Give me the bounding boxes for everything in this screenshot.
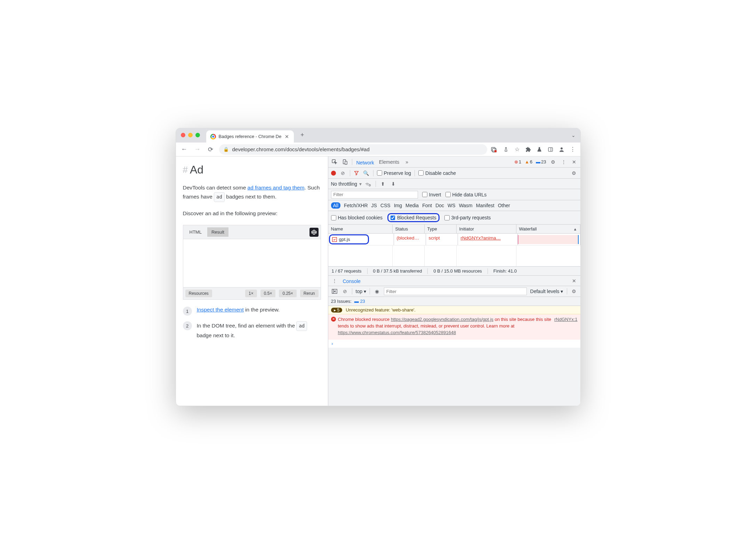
tab-elements[interactable]: Elements — [378, 158, 400, 166]
drawer-menu-icon[interactable]: ⋮ — [331, 277, 338, 284]
codepen-rerun[interactable]: Rerun — [300, 290, 319, 297]
hide-data-urls-checkbox[interactable]: Hide data URLs — [445, 192, 487, 197]
error-count[interactable]: ⊗1 — [514, 159, 521, 164]
search-icon[interactable]: 🔍 — [363, 170, 370, 177]
console-error-row[interactable]: ✕ Chrome blocked resource https://pagead… — [328, 314, 580, 340]
upload-har-icon[interactable]: ⬆ — [379, 180, 386, 187]
record-button[interactable] — [331, 171, 336, 176]
codepen-resources[interactable]: Resources — [185, 290, 212, 297]
codepen-tab-html[interactable]: HTML — [185, 227, 206, 237]
console-settings-icon[interactable]: ⚙ — [571, 288, 578, 295]
sidepanel-icon[interactable] — [546, 145, 555, 154]
close-tab-icon[interactable]: ✕ — [284, 134, 290, 139]
console-warning-row[interactable]: ▸ 5 Unrecognized feature: 'web-share'. — [328, 306, 580, 314]
throttling-select[interactable]: No throttling ▾ — [331, 181, 362, 187]
inspect-element-link[interactable]: Inspect the element — [197, 307, 244, 313]
blocked-requests-checkbox[interactable]: Blocked Requests — [387, 213, 440, 222]
console-sidebar-icon[interactable] — [331, 288, 338, 295]
type-chip-img[interactable]: Img — [394, 203, 402, 208]
filter-toggle-icon[interactable] — [354, 170, 359, 176]
codepen-zoom-05x[interactable]: 0.5× — [260, 290, 276, 297]
error-source-link[interactable]: rNdGNYx:1 — [554, 316, 577, 336]
live-expression-icon[interactable]: ◉ — [373, 288, 380, 295]
codepen-zoom-025x[interactable]: 0.25× — [279, 290, 296, 297]
text: 23 — [360, 299, 365, 304]
type-chip-manifest[interactable]: Manifest — [476, 203, 494, 208]
forward-button[interactable]: → — [193, 145, 202, 154]
console-prompt[interactable]: › — [328, 340, 580, 348]
back-button[interactable]: ← — [179, 145, 189, 154]
label: Blocked Requests — [397, 215, 436, 220]
settings-icon[interactable]: ⚙ — [550, 159, 557, 165]
tab-network[interactable]: Network — [356, 159, 375, 168]
reload-button[interactable]: ⟳ — [206, 145, 216, 154]
url-field[interactable]: 🔒 developer.chrome.com/docs/devtools/ele… — [219, 144, 487, 155]
learn-more-link[interactable]: https://www.chromestatus.com/feature/573… — [338, 330, 456, 335]
minimize-window[interactable] — [188, 133, 193, 137]
share-icon[interactable] — [502, 145, 510, 154]
type-chip-js[interactable]: JS — [371, 203, 377, 208]
col-type[interactable]: Type — [425, 225, 457, 233]
type-chip-all[interactable]: All — [331, 202, 341, 209]
col-initiator[interactable]: Initiator — [457, 225, 516, 233]
codepen-zoom-1x[interactable]: 1× — [245, 290, 257, 297]
invert-checkbox[interactable]: Invert — [422, 192, 441, 197]
codepen-tab-result[interactable]: Result — [207, 227, 228, 237]
close-window[interactable] — [181, 133, 185, 137]
network-conditions-icon[interactable]: ⚙ — [365, 180, 372, 187]
type-chip-ws[interactable]: WS — [448, 203, 456, 208]
ad-frames-link[interactable]: ad frames and tag them — [248, 185, 305, 191]
network-settings-icon[interactable]: ⚙ — [571, 170, 578, 177]
col-waterfall[interactable]: Waterfall▲ — [516, 225, 580, 233]
type-chip-doc[interactable]: Doc — [435, 203, 444, 208]
warning-count[interactable]: ▲6 — [525, 159, 532, 164]
codepen-preview[interactable] — [183, 239, 321, 288]
info-count[interactable]: ▬23 — [536, 159, 546, 164]
clear-icon[interactable]: ⊘ — [339, 170, 346, 177]
kebab-menu-icon[interactable]: ⋮ — [560, 159, 567, 165]
blocked-url-link[interactable]: https://pagead2.googlesyndication.com/ta… — [391, 317, 493, 322]
maximize-window[interactable] — [195, 133, 200, 137]
clear-console-icon[interactable]: ⊘ — [341, 288, 348, 295]
log-levels-selector[interactable]: Default levels ▾ — [530, 289, 563, 294]
more-tabs-icon[interactable]: » — [403, 159, 410, 165]
col-status[interactable]: Status — [393, 225, 425, 233]
browser-tab[interactable]: Badges reference - Chrome De ✕ — [206, 130, 294, 143]
console-filter-input[interactable] — [384, 288, 527, 295]
translate-icon[interactable] — [491, 145, 499, 154]
ad-badge-code: ad — [296, 321, 307, 331]
menu-icon[interactable]: ⋮ — [569, 145, 577, 154]
col-name[interactable]: Name — [328, 225, 393, 233]
disable-cache-checkbox[interactable]: Disable cache — [418, 170, 456, 176]
has-blocked-cookies-checkbox[interactable]: Has blocked cookies — [331, 215, 383, 220]
type-chip-fetchxhr[interactable]: Fetch/XHR — [344, 203, 368, 208]
close-drawer-icon[interactable]: ✕ — [571, 277, 578, 284]
heading-anchor-icon[interactable]: # — [183, 164, 188, 175]
profile-icon[interactable] — [557, 145, 566, 154]
table-row[interactable]: gpt.js (blocked… script rNdGNYx?anima… — [328, 234, 580, 245]
warning-expand-pill[interactable]: ▸ 5 — [331, 308, 343, 313]
type-chip-media[interactable]: Media — [405, 203, 419, 208]
download-har-icon[interactable]: ⬇ — [390, 180, 397, 187]
new-tab-button[interactable]: + — [297, 130, 307, 140]
issues-label[interactable]: 23 Issues: — [331, 299, 352, 304]
third-party-checkbox[interactable]: 3rd-party requests — [444, 215, 491, 220]
issues-count-badge[interactable]: ▬ 23 — [354, 299, 365, 304]
device-toggle-icon[interactable] — [341, 159, 348, 165]
codepen-logo-icon[interactable] — [309, 228, 319, 237]
initiator-link[interactable]: rNdGNYx?anima… — [461, 235, 501, 241]
type-chip-wasm[interactable]: Wasm — [459, 203, 473, 208]
tabs-dropdown-icon[interactable]: ⌄ — [571, 132, 576, 138]
type-chip-css[interactable]: CSS — [380, 203, 391, 208]
context-selector[interactable]: top ▾ — [356, 289, 366, 294]
type-chip-font[interactable]: Font — [422, 203, 432, 208]
inspect-icon[interactable] — [331, 159, 338, 165]
filter-input[interactable] — [331, 191, 418, 199]
labs-icon[interactable] — [535, 145, 544, 154]
bookmark-icon[interactable]: ☆ — [513, 145, 521, 154]
extensions-icon[interactable] — [524, 145, 532, 154]
preserve-log-checkbox[interactable]: Preserve log — [377, 170, 411, 176]
close-devtools-icon[interactable]: ✕ — [571, 159, 578, 165]
type-chip-other[interactable]: Other — [498, 203, 510, 208]
svg-rect-2 — [548, 147, 553, 151]
